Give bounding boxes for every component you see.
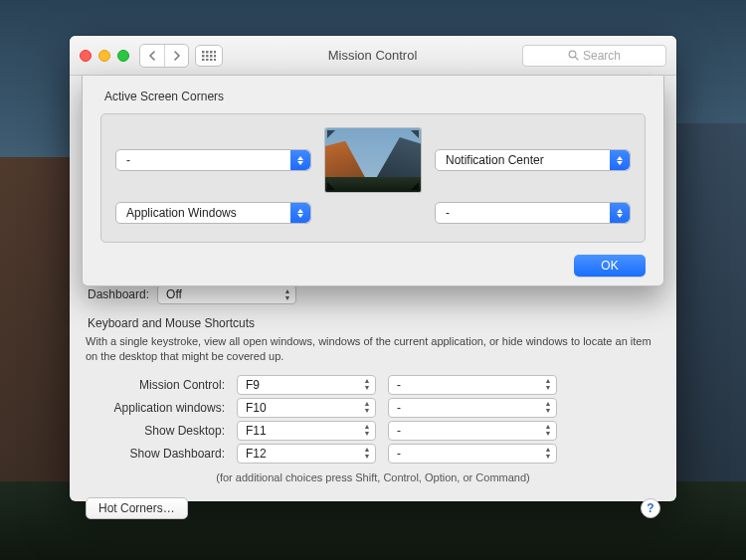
show-all-button[interactable] xyxy=(195,45,223,67)
chevron-updown-icon xyxy=(610,150,630,170)
close-window-button[interactable] xyxy=(80,50,92,62)
shortcut-row: Show Dashboard:F12▲▼-▲▼ xyxy=(86,444,660,464)
nav-back-forward xyxy=(139,44,189,68)
corner-bottom-left-select[interactable]: Application Windows xyxy=(115,202,311,224)
svg-line-13 xyxy=(575,57,578,60)
shortcuts-section-label: Keyboard and Mouse Shortcuts xyxy=(88,316,660,330)
shortcut-key-select[interactable]: F10▲▼ xyxy=(237,398,376,418)
svg-rect-11 xyxy=(214,59,216,61)
search-icon xyxy=(568,50,579,61)
shortcut-label: Show Dashboard: xyxy=(86,447,225,461)
minimize-window-button[interactable] xyxy=(98,50,110,62)
corner-top-right-select[interactable]: Notification Center xyxy=(435,149,631,171)
shortcut-mouse-select[interactable]: -▲▼ xyxy=(388,375,557,395)
help-button[interactable]: ? xyxy=(641,498,660,518)
titlebar: Mission Control Search xyxy=(70,36,676,76)
svg-rect-7 xyxy=(214,55,216,58)
shortcut-row: Mission Control:F9▲▼-▲▼ xyxy=(86,375,660,395)
zoom-window-button[interactable] xyxy=(117,50,129,62)
svg-rect-0 xyxy=(202,51,205,54)
shortcut-mouse-select[interactable]: -▲▼ xyxy=(388,444,557,464)
shortcut-row: Show Desktop:F11▲▼-▲▼ xyxy=(86,421,660,441)
chevron-updown-icon xyxy=(610,203,630,223)
shortcut-mouse-select[interactable]: -▲▼ xyxy=(388,421,557,441)
back-button[interactable] xyxy=(140,45,164,67)
corner-top-left-select[interactable]: - xyxy=(115,149,311,171)
dashboard-row: Dashboard: Off ▲▼ xyxy=(88,284,660,304)
svg-rect-10 xyxy=(210,59,213,61)
chevron-updown-icon xyxy=(290,203,310,223)
shortcut-key-select[interactable]: F11▲▼ xyxy=(237,421,376,441)
sheet-title: Active Screen Corners xyxy=(104,90,646,103)
svg-rect-4 xyxy=(202,55,205,58)
dashboard-select[interactable]: Off ▲▼ xyxy=(157,284,296,304)
shortcut-row: Application windows:F10▲▼-▲▼ xyxy=(86,398,660,418)
screen-thumbnail xyxy=(325,128,421,192)
svg-rect-5 xyxy=(206,55,209,58)
shortcuts-hint: With a single keystroke, view all open w… xyxy=(86,334,660,365)
shortcut-key-select[interactable]: F12▲▼ xyxy=(237,444,376,464)
traffic-lights xyxy=(80,50,129,62)
active-screen-corners-sheet: Active Screen Corners - Notification Cen… xyxy=(82,76,664,286)
svg-rect-2 xyxy=(210,51,213,54)
dashboard-label: Dashboard: xyxy=(88,287,149,301)
corner-bottom-right-select[interactable]: - xyxy=(435,202,631,224)
window-title: Mission Control xyxy=(223,48,522,63)
shortcut-label: Application windows: xyxy=(86,401,225,415)
svg-rect-3 xyxy=(214,51,216,54)
svg-rect-6 xyxy=(210,55,213,58)
svg-rect-8 xyxy=(202,59,205,61)
shortcut-mouse-select[interactable]: -▲▼ xyxy=(388,398,557,418)
search-field[interactable]: Search xyxy=(522,45,666,67)
ok-button[interactable]: OK xyxy=(574,255,646,277)
svg-rect-1 xyxy=(206,51,209,54)
shortcut-label: Mission Control: xyxy=(86,378,225,392)
hot-corners-button[interactable]: Hot Corners… xyxy=(86,497,188,519)
preferences-window: Mission Control Search Dashboard: Off ▲▼… xyxy=(70,36,676,501)
shortcut-key-select[interactable]: F9▲▼ xyxy=(237,375,376,395)
svg-rect-9 xyxy=(206,59,209,61)
shortcut-label: Show Desktop: xyxy=(86,424,225,438)
shortcuts-footer-hint: (for additional choices press Shift, Con… xyxy=(86,471,660,483)
chevron-updown-icon xyxy=(290,150,310,170)
search-placeholder: Search xyxy=(583,49,621,63)
forward-button[interactable] xyxy=(164,45,188,67)
